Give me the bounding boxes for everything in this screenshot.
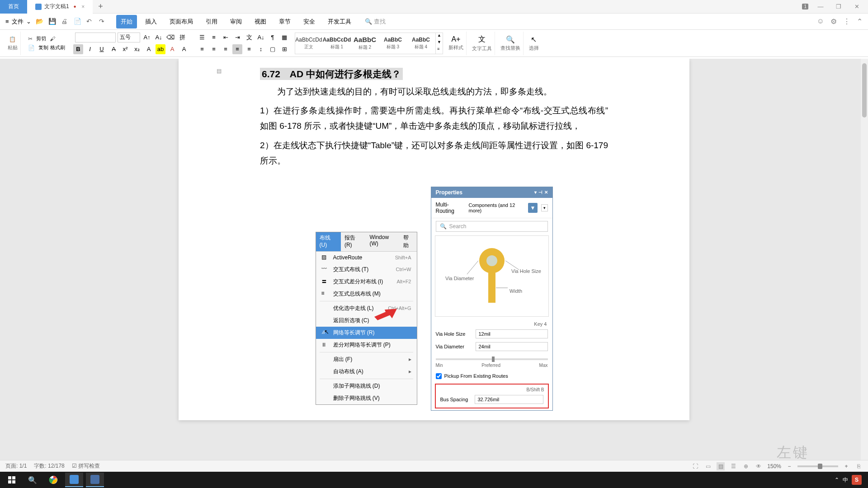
sogou-ime-icon[interactable]: S bbox=[852, 475, 862, 485]
font-color-button[interactable]: A bbox=[167, 44, 177, 54]
zoom-in-button[interactable]: + bbox=[843, 463, 850, 469]
chrome-taskbar-icon[interactable] bbox=[44, 473, 62, 487]
underline-button[interactable]: U bbox=[97, 44, 107, 54]
styles-scroll-up[interactable]: ▲ bbox=[436, 33, 443, 40]
print-preview-icon[interactable]: 📄 bbox=[74, 18, 82, 26]
style-heading-4[interactable]: AaBbC 标题 4 bbox=[407, 33, 434, 54]
style-heading-1[interactable]: AaBbCcDd 标题 1 bbox=[323, 33, 350, 54]
highlight-button[interactable]: ab bbox=[156, 44, 165, 54]
table-button[interactable]: ▦ bbox=[279, 33, 289, 42]
style-heading-3[interactable]: AaBbC 标题 3 bbox=[379, 33, 406, 54]
home-tab[interactable]: 首页 bbox=[0, 0, 27, 14]
more-icon[interactable]: ⋮ bbox=[843, 17, 850, 26]
align-left-button[interactable]: ≡ bbox=[197, 44, 207, 54]
zoom-slider[interactable] bbox=[797, 465, 838, 467]
restore-button[interactable]: ❐ bbox=[833, 3, 844, 10]
shading-button[interactable]: ▢ bbox=[268, 44, 278, 54]
text-direction-button[interactable]: 文 bbox=[244, 33, 254, 42]
tab-review[interactable]: 审阅 bbox=[226, 15, 246, 28]
tab-insert[interactable]: 插入 bbox=[141, 15, 161, 28]
distribute-button[interactable]: ≡ bbox=[244, 44, 254, 54]
file-menu[interactable]: ≡ 文件 ⌄ bbox=[5, 18, 31, 26]
superscript-button[interactable]: x² bbox=[120, 44, 130, 54]
increase-indent-button[interactable]: ⇥ bbox=[232, 33, 242, 42]
tab-view[interactable]: 视图 bbox=[250, 15, 271, 28]
ime-indicator[interactable]: 中 bbox=[843, 476, 848, 484]
font-size-select[interactable] bbox=[118, 33, 140, 42]
tab-security[interactable]: 安全 bbox=[299, 15, 320, 28]
settings-icon[interactable]: ⚙ bbox=[830, 17, 837, 26]
styles-more[interactable]: ≡ bbox=[436, 47, 443, 53]
format-painter-icon[interactable]: 🖌 bbox=[48, 35, 57, 43]
select-icon[interactable]: ↖ bbox=[531, 35, 537, 44]
scrollbar-thumb[interactable] bbox=[862, 63, 867, 117]
sort-button[interactable]: A↓ bbox=[256, 33, 266, 42]
document-tab[interactable]: 文字文稿1 • × bbox=[27, 0, 93, 14]
copy-button[interactable]: 📄 bbox=[26, 44, 37, 52]
outline-view-icon[interactable]: ☰ bbox=[729, 462, 737, 470]
styles-scroll-down[interactable]: ▼ bbox=[436, 40, 443, 47]
print-icon[interactable]: 🖨 bbox=[61, 18, 69, 26]
word-count[interactable]: 字数: 12/178 bbox=[34, 462, 64, 470]
text-effect-button[interactable]: A bbox=[144, 44, 154, 54]
read-view-icon[interactable]: ▭ bbox=[704, 462, 712, 470]
collapse-ribbon-icon[interactable]: ⌃ bbox=[857, 17, 863, 26]
redo-icon[interactable]: ↷ bbox=[99, 18, 107, 26]
undo-icon[interactable]: ↶ bbox=[86, 18, 94, 26]
feedback-icon[interactable]: ☺ bbox=[817, 17, 824, 26]
start-button[interactable] bbox=[3, 473, 21, 487]
paste-button[interactable]: 📋 bbox=[7, 35, 18, 43]
zoom-out-button[interactable]: − bbox=[786, 463, 793, 469]
text-tools-icon[interactable]: 文 bbox=[478, 35, 486, 44]
decrease-indent-button[interactable]: ⇤ bbox=[221, 33, 231, 42]
cut-button[interactable]: ✂ bbox=[26, 35, 34, 43]
new-style-icon[interactable]: A+ bbox=[451, 35, 460, 43]
app1-taskbar-icon[interactable] bbox=[65, 473, 83, 487]
page-indicator[interactable]: 页面: 1/1 bbox=[5, 462, 27, 470]
bold-button[interactable]: B bbox=[73, 44, 83, 54]
align-justify-button[interactable]: ≡ bbox=[232, 44, 242, 54]
tab-dev-tools[interactable]: 开发工具 bbox=[323, 15, 356, 28]
fit-width-icon[interactable]: ⎘ bbox=[854, 462, 863, 470]
section-icon[interactable]: ▤ bbox=[217, 68, 223, 74]
notification-badge[interactable]: 1 bbox=[802, 4, 808, 9]
increase-font-icon[interactable]: A↑ bbox=[142, 33, 152, 42]
eye-icon[interactable]: 👁 bbox=[755, 462, 763, 470]
document-content[interactable]: 6.72 AD 中如何进行多根走线？ 为了达到快速走线的目的，有时可以采取总线走… bbox=[179, 68, 689, 411]
close-window-button[interactable]: ✕ bbox=[851, 3, 863, 10]
tab-chapter[interactable]: 章节 bbox=[274, 15, 295, 28]
save-icon[interactable]: 💾 bbox=[48, 18, 57, 26]
line-spacing-button[interactable]: ↕ bbox=[256, 44, 266, 54]
close-tab-icon[interactable]: × bbox=[81, 4, 85, 10]
fullscreen-icon[interactable]: ⛶ bbox=[691, 462, 699, 470]
tab-page-layout[interactable]: 页面布局 bbox=[165, 15, 198, 28]
numbering-button[interactable]: ≡ bbox=[209, 33, 219, 42]
clear-format-icon[interactable]: ⌫ bbox=[165, 33, 175, 42]
search-taskbar-icon[interactable]: 🔍 bbox=[24, 473, 42, 487]
zoom-level[interactable]: 150% bbox=[767, 463, 781, 469]
bullets-button[interactable]: ☰ bbox=[197, 33, 207, 42]
align-right-button[interactable]: ≡ bbox=[221, 44, 231, 54]
italic-button[interactable]: I bbox=[85, 44, 95, 54]
phonetic-icon[interactable]: 拼 bbox=[177, 33, 187, 42]
spell-check-toggle[interactable]: ☑ 拼写检查 bbox=[72, 462, 100, 470]
font-family-select[interactable] bbox=[75, 33, 116, 42]
subscript-button[interactable]: x₂ bbox=[132, 44, 142, 54]
borders-button[interactable]: ⊞ bbox=[279, 44, 289, 54]
add-tab-button[interactable]: + bbox=[93, 2, 108, 11]
open-icon[interactable]: 📂 bbox=[36, 18, 44, 26]
search-box[interactable]: 🔍 查找 bbox=[365, 18, 386, 26]
tab-start[interactable]: 开始 bbox=[116, 15, 137, 28]
wps-taskbar-icon[interactable] bbox=[86, 473, 104, 487]
strikethrough-button[interactable]: A̶ bbox=[108, 44, 118, 54]
vertical-scrollbar[interactable] bbox=[861, 59, 868, 472]
minimize-button[interactable]: — bbox=[815, 3, 826, 10]
page-view-icon[interactable]: ▤ bbox=[717, 462, 725, 470]
show-marks-button[interactable]: ¶ bbox=[268, 33, 278, 42]
char-shading-button[interactable]: A bbox=[179, 44, 189, 54]
web-view-icon[interactable]: ⊕ bbox=[742, 462, 750, 470]
tab-reference[interactable]: 引用 bbox=[201, 15, 222, 28]
style-heading-2[interactable]: AaBbC 标题 2 bbox=[351, 33, 378, 54]
tray-chevron-icon[interactable]: ⌃ bbox=[835, 477, 839, 483]
decrease-font-icon[interactable]: A↓ bbox=[154, 33, 164, 42]
